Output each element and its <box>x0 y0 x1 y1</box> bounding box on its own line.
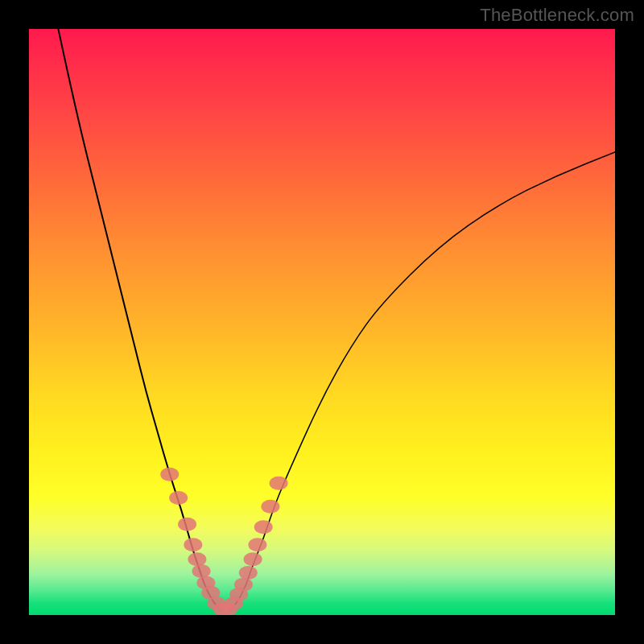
watermark-text: TheBottleneck.com <box>480 5 634 26</box>
bead-marker <box>248 538 266 551</box>
bead-group <box>160 468 287 615</box>
bead-marker <box>261 500 279 514</box>
curve-left <box>58 29 222 612</box>
bead-marker <box>178 518 196 531</box>
bead-marker <box>188 552 206 566</box>
bead-marker <box>239 566 258 580</box>
chart-svg <box>29 29 615 615</box>
curve-right <box>229 152 615 612</box>
bead-marker <box>192 564 211 578</box>
bead-marker <box>169 491 188 505</box>
bead-marker <box>244 552 262 566</box>
bead-marker <box>254 520 273 534</box>
bead-marker <box>270 477 288 490</box>
bead-marker <box>234 578 253 592</box>
plot-area <box>29 29 615 615</box>
bead-marker <box>160 468 179 481</box>
chart-canvas: TheBottleneck.com <box>0 0 644 644</box>
bead-marker <box>184 538 202 551</box>
